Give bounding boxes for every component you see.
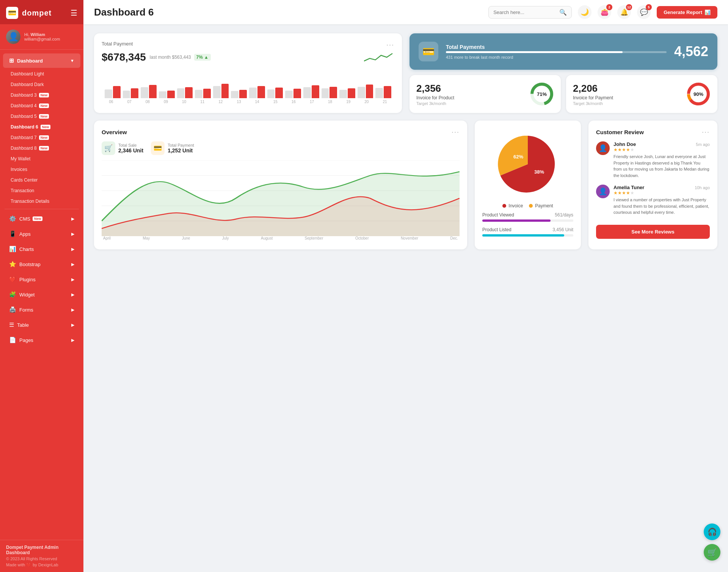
cart-fab[interactable]: 🛒: [704, 544, 720, 561]
sidebar-dashboard-header[interactable]: ⊞ Dashboard ▼: [3, 53, 80, 68]
search-input[interactable]: [493, 9, 557, 15]
bar-group-15: [375, 86, 391, 98]
sidebar-item-charts[interactable]: 📊 Charts ▶: [3, 242, 80, 256]
top-row: Total Payment ··· $678,345 last month $5…: [94, 33, 717, 113]
bar-gray-6: [213, 86, 221, 98]
blue-card-sub: 431 more to break last month record: [446, 55, 667, 60]
trend-badge: 7% ▲: [194, 54, 211, 61]
total-payment-menu[interactable]: ···: [386, 41, 394, 49]
review-time-2: 10h ago: [695, 185, 710, 190]
sidebar-item-transaction-details[interactable]: Transaction Details: [0, 196, 83, 207]
sidebar-item-forms[interactable]: 🖨️ Forms ▶: [3, 302, 80, 317]
overview-title: Overview: [102, 129, 127, 135]
sidebar-item-table[interactable]: ☰ Table ▶: [3, 318, 80, 332]
bar-red-8: [257, 86, 265, 98]
see-more-reviews-button[interactable]: See More Reviews: [596, 225, 710, 239]
blue-card-progress-bar: [446, 51, 667, 53]
blue-card-number: 4,562: [674, 44, 708, 60]
search-icon: 🔍: [559, 9, 567, 16]
sidebar-item-dashboard-4[interactable]: Dashboard 4New: [0, 100, 83, 111]
review-menu[interactable]: ···: [702, 128, 710, 136]
stat-payment-icon: 💳: [151, 141, 165, 155]
area-chart: April May June July August September Oct…: [102, 160, 460, 236]
blue-card-info: Total Payments 431 more to break last mo…: [446, 44, 667, 60]
bar-label-3: 09: [158, 100, 174, 104]
bar-red-14: [366, 85, 373, 98]
bar-red-6: [221, 84, 229, 98]
sidebar-nav: ⊞ Dashboard ▼ Dashboard Light Dashboard …: [0, 50, 83, 540]
svg-text:62%: 62%: [513, 154, 523, 160]
bar-label-5: 11: [195, 100, 210, 104]
bar-red-10: [293, 89, 301, 98]
sidebar-item-dashboard-6[interactable]: Dashboard 6New: [0, 122, 83, 132]
bar-gray-1: [123, 91, 130, 98]
blue-card-progress-fill: [446, 51, 623, 53]
review-text-1: Friendly service Josh, Lunar and everyon…: [613, 154, 710, 179]
bar-red-12: [329, 87, 337, 98]
sidebar-item-cards-center[interactable]: Cards Center: [0, 175, 83, 185]
content-area: Total Payment ··· $678,345 last month $5…: [83, 24, 728, 572]
right-top: 💳 Total Payments 431 more to break last …: [410, 33, 717, 113]
sidebar-item-widget[interactable]: 🧩 Widget ▶: [3, 287, 80, 302]
review-name-2: Amelia Tuner: [613, 185, 644, 190]
legend-invoice: Invoice: [502, 203, 523, 208]
sidebar-item-dashboard-8[interactable]: Dashboard 8New: [0, 143, 83, 154]
page-title: Dashboard 6: [94, 6, 482, 18]
user-profile: 👤 Hi, William william@gmail.com: [0, 24, 83, 50]
bar-group-13: [339, 88, 355, 98]
overview-menu[interactable]: ···: [452, 128, 460, 136]
product-listed-fill: [482, 234, 564, 237]
sidebar-item-my-wallet[interactable]: My Wallet: [0, 154, 83, 164]
total-payment-card: Total Payment ··· $678,345 last month $5…: [94, 33, 402, 113]
invoice-payment-pct: 90%: [693, 91, 703, 97]
blue-card-title: Total Payments: [446, 44, 667, 50]
bar-red-2: [149, 85, 157, 98]
review-stars-1: ★★★★★: [613, 147, 710, 152]
sidebar-item-dashboard-7[interactable]: Dashboard 7New: [0, 132, 83, 143]
invoice-product-card: 2,356 Invoice for Product Target 3k/mont…: [410, 75, 561, 113]
sidebar-item-bootstrap[interactable]: ⭐ Bootstrap ▶: [3, 257, 80, 271]
user-greeting: Hi, William: [24, 32, 60, 37]
bar-label-6: 12: [213, 100, 229, 104]
bar-red-11: [312, 85, 319, 98]
review-time-1: 5m ago: [696, 142, 710, 147]
generate-report-button[interactable]: Generate Report 📊: [657, 6, 717, 19]
bar-chart: [103, 68, 393, 98]
bar-gray-10: [285, 91, 293, 98]
hamburger-icon[interactable]: ☰: [71, 8, 77, 17]
bar-group-8: [249, 86, 265, 98]
sidebar-item-plugins[interactable]: ❤️ Plugins ▶: [3, 272, 80, 287]
invoice-row: 2,356 Invoice for Product Target 3k/mont…: [410, 75, 717, 113]
bar-label-11: 17: [304, 100, 320, 104]
review-text-2: I viewed a number of properties with Jus…: [613, 197, 710, 216]
chat-btn[interactable]: 💬 5: [637, 5, 651, 19]
stat-total-sale: 🛒 Total Sale 2,346 Unit: [102, 141, 143, 155]
bar-group-12: [322, 87, 337, 98]
wallet-btn[interactable]: 👛 2: [598, 5, 611, 19]
sidebar-item-pages[interactable]: 📄 Pages ▶: [3, 333, 80, 347]
support-icon: 🎧: [708, 527, 717, 536]
sidebar-item-apps[interactable]: 📱 Apps ▶: [3, 227, 80, 241]
invoice-payment-card: 2,206 Invoice for Payment Target 3k/mont…: [566, 75, 717, 113]
bar-label-0: 06: [103, 100, 119, 104]
bell-btn[interactable]: 🔔 12: [617, 5, 631, 19]
invoice-payment-number: 2,206: [573, 83, 613, 94]
sidebar-item-dashboard-5[interactable]: Dashboard 5New: [0, 111, 83, 122]
bar-gray-9: [267, 89, 275, 98]
bar-group-10: [285, 89, 301, 98]
sidebar-item-invoices[interactable]: Invoices: [0, 164, 83, 175]
bar-group-14: [358, 85, 373, 98]
sidebar-item-dashboard-light[interactable]: Dashboard Light: [0, 69, 83, 79]
review-item-2: 👤 Amelia Tuner 10h ago ★★★★★ I viewed a …: [596, 185, 710, 216]
bar-label-4: 10: [176, 100, 192, 104]
brand-name: dompet: [22, 9, 52, 17]
sidebar-item-dashboard-3[interactable]: Dashboard 3New: [0, 90, 83, 100]
review-stars-2: ★★★★★: [613, 190, 710, 196]
theme-toggle-btn[interactable]: 🌙: [578, 5, 592, 19]
support-fab[interactable]: 🎧: [704, 523, 720, 540]
sidebar-item-transaction[interactable]: Transaction: [0, 185, 83, 196]
bar-group-6: [213, 84, 229, 98]
product-viewed-bar: [482, 219, 573, 222]
sidebar-item-cms[interactable]: ⚙️ CMS New ▶: [3, 212, 80, 226]
sidebar-item-dashboard-dark[interactable]: Dashboard Dark: [0, 79, 83, 90]
